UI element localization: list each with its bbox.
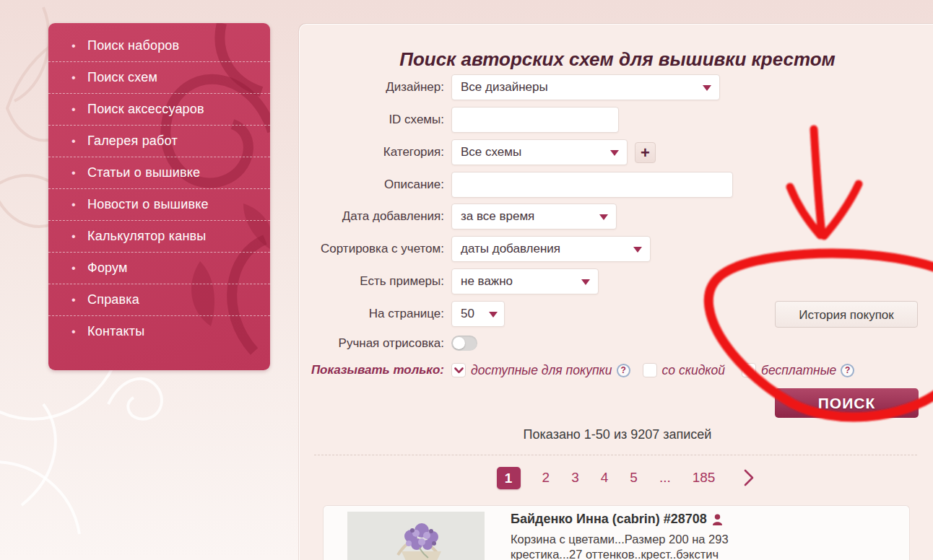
bullet-icon: • (71, 294, 87, 307)
purchase-history-button[interactable]: История покупок (775, 301, 918, 328)
sidebar-item-label: Новости о вышивке (87, 197, 209, 211)
sidebar-item-articles[interactable]: •Статьи о вышивке (48, 157, 270, 188)
result-description: Корзина с цветами...Размер 200 на 293 кр… (511, 532, 765, 560)
bullet-icon: • (71, 103, 87, 116)
sidebar-item-label: Калькулятор канвы (87, 229, 207, 243)
manual-drawing-label: Ручная отрисовка: (311, 331, 444, 356)
per-page-select[interactable]: 50 (451, 301, 505, 327)
designer-select[interactable]: Все дизайнеры (451, 74, 720, 100)
toggle-knob (453, 337, 465, 349)
show-only-options: доступные для покупки ? со скидкой беспл… (451, 361, 854, 380)
results-summary: Показано 1-50 из 9207 записей (311, 427, 924, 442)
bullet-icon: • (71, 230, 87, 243)
free-label[interactable]: бесплатные (761, 363, 836, 378)
with-discount-checkbox[interactable] (643, 363, 657, 377)
page-3[interactable]: 3 (571, 470, 579, 486)
with-discount-label[interactable]: со скидкой (662, 363, 726, 378)
date-added-select-value: за все время (452, 204, 616, 229)
bullet-icon: • (71, 167, 87, 180)
checkmark-icon (454, 367, 464, 374)
page-185[interactable]: 185 (693, 470, 716, 486)
sidebar-item-label: Поиск схем (87, 70, 157, 84)
dashed-separator (314, 455, 917, 455)
sidebar-item-canvas-calculator[interactable]: •Калькулятор канвы (48, 220, 270, 252)
available-for-purchase-label[interactable]: доступные для покупки (471, 363, 612, 378)
designer-select-value: Все дизайнеры (452, 75, 719, 100)
sort-select-value: даты добавления (452, 237, 650, 261)
sidebar-item-kit-search[interactable]: •Поиск наборов (48, 30, 270, 61)
page-2[interactable]: 2 (542, 470, 550, 486)
sidebar-item-scheme-search[interactable]: •Поиск схем (48, 61, 270, 93)
date-added-select[interactable]: за все время (451, 204, 617, 229)
bullet-icon: • (71, 198, 87, 211)
category-label: Категория: (311, 139, 444, 165)
search-button[interactable]: ПОИСК (775, 388, 919, 418)
result-title[interactable]: Байденко Инна (cabrin) #28708 (511, 512, 723, 527)
sidebar-menu: •Поиск наборов •Поиск схем •Поиск аксесс… (48, 23, 270, 370)
bullet-icon: • (71, 262, 87, 275)
date-added-label: Дата добавления: (311, 204, 444, 229)
next-page-button[interactable] (742, 468, 756, 487)
chevron-down-icon (703, 85, 711, 91)
sidebar-item-help[interactable]: •Справка (48, 284, 270, 315)
sidebar-item-forum[interactable]: •Форум (48, 252, 270, 284)
scheme-id-input[interactable] (451, 107, 619, 133)
sidebar-item-label: Поиск наборов (87, 38, 179, 53)
sort-select[interactable]: даты добавления (451, 236, 651, 262)
sidebar-item-label: Форум (87, 261, 128, 275)
page-ellipsis: ... (659, 470, 671, 486)
chevron-down-icon (610, 150, 619, 156)
chevron-down-icon (633, 247, 642, 253)
chevron-down-icon (599, 214, 608, 220)
bullet-icon: • (71, 135, 87, 148)
category-select-value: Все схемы (452, 140, 627, 165)
sidebar-item-accessory-search[interactable]: •Поиск аксессуаров (48, 93, 270, 125)
sidebar-item-label: Статьи о вышивке (87, 165, 200, 180)
help-icon[interactable]: ? (617, 364, 630, 377)
available-for-purchase-checkbox[interactable] (451, 363, 466, 377)
sidebar-item-label: Контакты (87, 324, 144, 338)
scheme-thumbnail[interactable] (347, 512, 485, 560)
free-checkbox[interactable] (742, 363, 756, 377)
page-1-active[interactable]: 1 (497, 467, 521, 489)
page-title: Поиск авторских схем для вышивки крестом (311, 48, 924, 71)
result-title-text: Байденко Инна (cabrin) #28708 (511, 512, 707, 527)
page-4[interactable]: 4 (601, 470, 609, 486)
bullet-icon: • (71, 325, 87, 338)
sidebar-item-gallery[interactable]: •Галерея работ (48, 125, 270, 157)
chevron-down-icon (489, 312, 498, 318)
manual-drawing-toggle[interactable] (451, 336, 477, 351)
chevron-right-icon (742, 468, 756, 487)
chevron-down-icon (581, 279, 590, 285)
designer-label: Дизайнер: (311, 74, 444, 100)
has-examples-select[interactable]: не важно (451, 268, 599, 294)
help-icon[interactable]: ? (841, 364, 854, 377)
per-page-label: На странице: (311, 301, 444, 327)
show-only-label: Показывать только: (302, 361, 444, 380)
has-examples-label: Есть примеры: (311, 268, 444, 294)
has-examples-select-value: не важно (452, 269, 598, 294)
category-select[interactable]: Все схемы (451, 139, 628, 165)
page-5[interactable]: 5 (630, 470, 638, 486)
sidebar-item-label: Галерея работ (87, 134, 178, 148)
bullet-icon: • (71, 71, 87, 84)
flower-basket-image (347, 512, 485, 560)
sidebar-item-news[interactable]: •Новости о вышивке (48, 188, 270, 220)
sort-label: Сортировка с учетом: (311, 236, 444, 262)
result-card: Байденко Инна (cabrin) #28708 Корзина с … (323, 505, 910, 560)
author-person-icon (712, 514, 723, 525)
sidebar-item-label: Справка (87, 292, 139, 307)
description-input[interactable] (451, 172, 733, 198)
add-category-button[interactable]: + (635, 142, 656, 163)
pagination: 1 2 3 4 5 ... 185 (311, 466, 932, 489)
sidebar-item-label: Поиск аксессуаров (87, 102, 204, 116)
sidebar-item-contacts[interactable]: •Контакты (48, 315, 270, 347)
description-label: Описание: (311, 172, 444, 198)
bullet-icon: • (71, 40, 87, 53)
scheme-id-label: ID схемы: (311, 107, 444, 133)
